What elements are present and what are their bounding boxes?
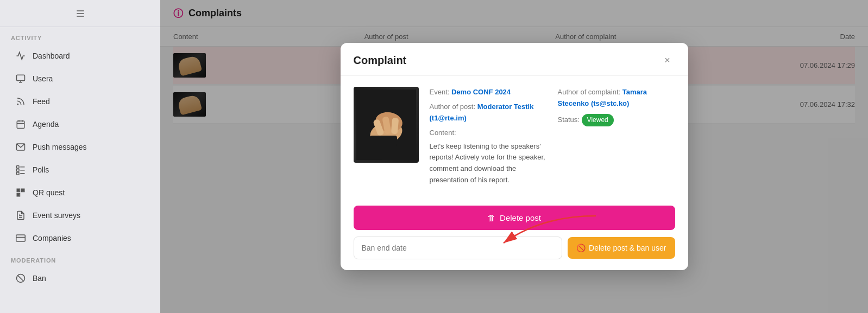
sidebar-item-companies[interactable]: Companies xyxy=(4,227,156,249)
qr-icon xyxy=(15,187,26,198)
delete-ban-button[interactable]: 🚫 Delete post & ban user xyxy=(568,237,675,259)
sidebar-item-event-surveys[interactable]: Event surveys xyxy=(4,205,156,226)
sidebar-item-push-messages[interactable]: Push messages xyxy=(4,136,156,158)
delete-post-button[interactable]: 🗑 Delete post xyxy=(354,206,675,230)
sidebar-item-usera[interactable]: Usera xyxy=(4,68,156,90)
chart-icon xyxy=(15,50,26,61)
delete-post-label: Delete post xyxy=(500,213,541,222)
content-label: Content: xyxy=(430,129,456,137)
svg-rect-2 xyxy=(17,121,24,129)
sidebar-item-label: Companies xyxy=(33,234,71,242)
sidebar-item-label: Agenda xyxy=(33,120,59,129)
svg-rect-9 xyxy=(17,173,20,175)
svg-rect-8 xyxy=(17,169,20,172)
ban-end-date-input[interactable] xyxy=(354,237,563,259)
sidebar-item-polls[interactable]: Polls xyxy=(4,159,156,181)
trash-icon: 🗑 xyxy=(487,213,495,222)
sidebar-item-label: Event surveys xyxy=(33,211,80,220)
moderation-section-label: MODERATION xyxy=(0,250,160,267)
author-complaint-label: Author of complaint: xyxy=(558,88,621,96)
main-content: ⓘ Complaints Content Author of post Auth… xyxy=(160,0,868,313)
svg-line-30 xyxy=(18,276,24,282)
sidebar-item-label: QR quest xyxy=(33,188,65,197)
sidebar-item-ban[interactable]: Ban xyxy=(4,267,156,289)
event-label: Event: xyxy=(430,88,450,96)
email-icon xyxy=(15,142,26,152)
svg-rect-7 xyxy=(17,166,20,169)
sidebar-item-label: Dashboard xyxy=(33,52,70,60)
activity-section-label: ACTIVITY xyxy=(0,27,160,44)
sidebar-item-label: Feed xyxy=(33,97,50,106)
modal-header: Complaint × xyxy=(341,43,688,76)
delete-ban-label: Delete post & ban user xyxy=(589,244,666,252)
author-post-label: Author of post: xyxy=(430,103,476,111)
event-value: Demo CONF 2024 xyxy=(451,88,511,96)
svg-rect-0 xyxy=(17,75,25,81)
users-icon xyxy=(15,73,26,84)
status-badge: Viewed xyxy=(582,114,614,126)
svg-rect-27 xyxy=(16,235,26,241)
svg-rect-16 xyxy=(18,190,19,191)
companies-icon xyxy=(15,233,26,244)
polls-icon xyxy=(15,164,26,175)
modal-body: Event: Demo CONF 2024 Author of post: Mo… xyxy=(341,76,688,196)
sidebar-item-label: Usera xyxy=(33,74,53,83)
sidebar: ACTIVITY Dashboard Usera Feed Agenda Pus… xyxy=(0,0,160,313)
sidebar-item-label: Polls xyxy=(33,165,49,174)
modal-info: Event: Demo CONF 2024 Author of post: Mo… xyxy=(430,87,675,186)
sidebar-item-qr-quest[interactable]: QR quest xyxy=(4,182,156,203)
sidebar-item-label: Push messages xyxy=(33,143,87,151)
svg-point-1 xyxy=(17,104,18,105)
sidebar-toggle[interactable] xyxy=(0,0,160,27)
ban-row: 🚫 Delete post & ban user xyxy=(354,237,675,259)
svg-rect-18 xyxy=(18,194,19,195)
svg-rect-17 xyxy=(22,190,23,191)
sidebar-item-label: Ban xyxy=(33,274,46,283)
ban-icon xyxy=(15,273,26,284)
sidebar-item-agenda[interactable]: Agenda xyxy=(4,113,156,135)
modal-close-button[interactable]: × xyxy=(660,53,675,68)
ban-icon: 🚫 xyxy=(576,244,586,252)
surveys-icon xyxy=(15,210,26,221)
feed-icon xyxy=(15,96,26,107)
modal-footer: 🗑 Delete post 🚫 Delete post & ban user xyxy=(341,197,688,270)
complaint-modal: Complaint × xyxy=(341,43,688,270)
content-text: Let's keep listening to the speakers' re… xyxy=(430,141,547,186)
calendar-icon xyxy=(15,119,26,130)
status-label: Status: xyxy=(558,116,580,124)
modal-overlay[interactable]: Complaint × xyxy=(160,0,868,313)
sidebar-item-dashboard[interactable]: Dashboard xyxy=(4,45,156,67)
svg-rect-37 xyxy=(370,136,397,146)
modal-title: Complaint xyxy=(354,54,407,67)
sidebar-item-feed[interactable]: Feed xyxy=(4,91,156,112)
modal-image xyxy=(354,87,419,163)
